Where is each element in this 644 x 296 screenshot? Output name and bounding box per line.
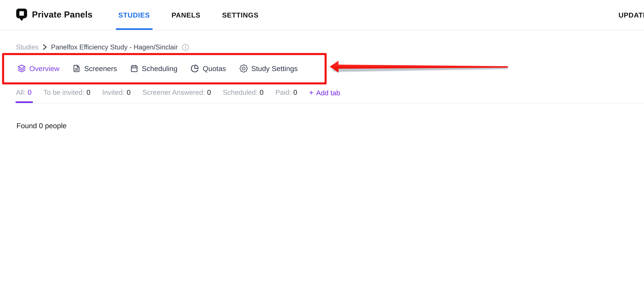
segment-tab-scheduled[interactable]: Scheduled: 0 xyxy=(223,88,264,96)
segment-label: Invited: xyxy=(102,88,124,96)
app-window: Private Panels STUDIES PANELS SETTINGS U… xyxy=(0,0,644,296)
tab-label: Overview xyxy=(29,64,60,73)
segment-tab-bar: All: 0 To be invited: 0 Invited: 0 Scree… xyxy=(16,88,644,103)
breadcrumb-root[interactable]: Studies xyxy=(16,43,39,51)
pie-chart-icon xyxy=(191,64,199,73)
layers-icon xyxy=(18,64,26,73)
brand-name: Private Panels xyxy=(32,10,92,20)
segment-label: Scheduled: xyxy=(223,88,258,96)
add-tab-label: Add tab xyxy=(316,89,340,97)
tab-label: Quotas xyxy=(203,64,226,73)
tab-screeners[interactable]: Screeners xyxy=(73,64,117,73)
annotation-arrow xyxy=(330,57,508,78)
file-text-icon xyxy=(73,64,80,73)
tab-quotas[interactable]: Quotas xyxy=(191,64,226,73)
segment-label: To be invited: xyxy=(44,88,84,96)
top-nav-bar: Private Panels STUDIES PANELS SETTINGS U… xyxy=(0,0,644,30)
segment-count: 0 xyxy=(28,88,32,96)
brand-logo[interactable]: Private Panels xyxy=(16,0,92,30)
segment-tab-to-be-invited[interactable]: To be invited: 0 xyxy=(44,88,90,96)
segment-count: 0 xyxy=(207,88,211,96)
updates-menu[interactable]: UPDATES xyxy=(618,11,644,19)
segment-tab-paid[interactable]: Paid: 0 xyxy=(275,88,297,96)
results-summary: Found 0 people xyxy=(16,121,66,130)
tab-scheduling[interactable]: Scheduling xyxy=(130,64,178,73)
segment-label: Screener Answered: xyxy=(142,88,205,96)
study-tab-bar: Overview Screeners Scheduling xyxy=(18,58,298,79)
segment-tab-invited[interactable]: Invited: 0 xyxy=(102,88,130,96)
segment-count: 0 xyxy=(127,88,130,96)
calendar-icon xyxy=(130,64,138,73)
segment-count: 0 xyxy=(293,88,297,96)
nav-item-studies[interactable]: STUDIES xyxy=(118,0,150,30)
tab-label: Study Settings xyxy=(251,64,298,73)
main-nav: STUDIES PANELS SETTINGS xyxy=(118,0,259,30)
tab-overview[interactable]: Overview xyxy=(18,64,60,73)
segment-count: 0 xyxy=(260,88,264,96)
breadcrumb: Studies Panelfox Efficiency Study - Hage… xyxy=(16,43,189,51)
nav-item-panels[interactable]: PANELS xyxy=(172,0,200,30)
brand-logo-icon xyxy=(16,8,27,22)
segment-tab-screener-answered[interactable]: Screener Answered: 0 xyxy=(142,88,211,96)
tab-label: Scheduling xyxy=(142,64,178,73)
add-tab-button[interactable]: + Add tab xyxy=(309,88,340,97)
segment-count: 0 xyxy=(86,88,90,96)
updates-label: UPDATES xyxy=(618,11,644,19)
tab-study-settings[interactable]: Study Settings xyxy=(239,64,298,73)
plus-icon: + xyxy=(309,88,314,96)
segment-label: Paid: xyxy=(275,88,291,96)
nav-item-settings[interactable]: SETTINGS xyxy=(222,0,258,30)
tab-label: Screeners xyxy=(84,64,117,73)
segment-label: All: xyxy=(16,88,26,96)
gear-icon xyxy=(239,64,248,73)
chevron-right-icon xyxy=(43,44,47,50)
segment-tab-all[interactable]: All: 0 xyxy=(16,88,32,96)
breadcrumb-current: Panelfox Efficiency Study - Hagen/Sincla… xyxy=(51,43,178,51)
header-right: UPDATES HELP B BRIAN SALADINO xyxy=(618,0,644,30)
info-icon[interactable] xyxy=(182,43,189,51)
